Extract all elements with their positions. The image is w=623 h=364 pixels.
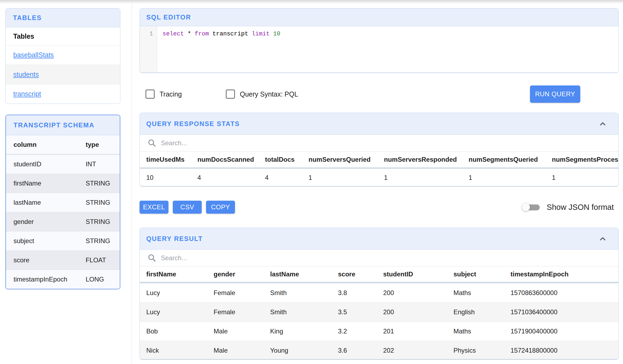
result-col-header: subject [447,270,504,278]
result-collapse-button[interactable] [598,234,608,244]
result-cell: Female [207,308,264,316]
schema-column-name: firstName [6,180,86,187]
result-table-row: Lucy Female Smith 3.5 200 English 157103… [140,302,618,322]
result-cell: Lucy [140,308,207,316]
line-number-gutter: 1 [140,26,157,73]
tables-panel-title: TABLES [13,14,42,22]
stats-search-input[interactable] [161,139,269,147]
result-cell: 1571900400000 [504,327,619,335]
stats-col-header: numServersQueried [302,156,377,163]
result-table-row: Bob Male King 3.2 201 Maths 157190040000… [140,322,618,341]
result-cell: Female [207,289,264,297]
schema-row: studentID INT [6,154,120,174]
stats-col-header: numSegmentsProcessed [545,156,619,163]
result-cell: 200 [377,308,447,316]
result-cell: Bob [140,327,207,335]
json-format-toggle-group: Show JSON format [522,201,614,214]
stats-value: 4 [191,174,259,181]
result-col-header: timestampInEpoch [504,270,619,278]
schema-column-type: INT [86,160,120,168]
result-table-row: Lucy Female Smith 3.8 200 Maths 15708636… [140,283,618,302]
result-col-header: studentID [377,270,447,278]
tracing-option[interactable]: Tracing [145,85,182,103]
query-result-panel: QUERY RESULT firstName gender lastName s… [140,228,619,360]
schema-column-name: lastName [6,199,86,206]
code-editor[interactable]: 1 select * from transcript limit 10 [140,26,618,73]
tracing-label: Tracing [160,90,182,98]
table-link-transcript[interactable]: transcript [13,90,41,98]
excel-button[interactable]: EXCEL [140,201,168,214]
result-cell: 202 [377,347,447,354]
result-cell: 3.2 [332,327,377,335]
sql-keyword: from [195,31,209,37]
stats-table-header: timeUsedMs numDocsScanned totalDocs numS… [140,151,618,169]
export-row: EXCEL CSV COPY Show JSON format [140,201,619,214]
schema-column-name: timestampInEpoch [6,276,86,283]
run-query-button[interactable]: RUN QUERY [530,85,580,103]
query-response-stats-panel: QUERY RESPONSE STATS timeUsedMs numDocsS… [140,113,619,187]
result-panel-header: QUERY RESULT [140,228,618,250]
stats-col-header: numSegmentsQueried [462,156,545,163]
stats-value: 1 [462,174,545,181]
transcript-schema-panel: TRANSCRIPT SCHEMA column type studentID … [5,115,120,289]
table-list-item[interactable]: transcript [6,84,120,104]
result-cell: Smith [264,308,332,316]
top-shadow [0,0,623,4]
pql-label: Query Syntax: PQL [240,90,298,98]
result-cell: Male [207,347,264,354]
result-cell: English [447,308,504,316]
stats-panel-title: QUERY RESPONSE STATS [146,120,240,128]
sql-code-line[interactable]: select * from transcript limit 10 [157,26,280,73]
chevron-up-icon [598,120,607,128]
result-cell: 1571036400000 [504,308,619,316]
result-cell: Maths [447,289,504,297]
stats-collapse-button[interactable] [598,119,608,129]
result-table-row: Nick Male Young 3.6 202 Physics 15724188… [140,341,618,360]
sql-keyword: limit [252,31,270,37]
schema-row: lastName STRING [6,193,120,212]
result-cell: Smith [264,289,332,297]
schema-panel-header: TRANSCRIPT SCHEMA [6,115,120,135]
search-icon [147,138,157,148]
table-list-item[interactable]: baseballStats [6,45,120,65]
result-col-header: gender [207,270,264,278]
pql-option[interactable]: Query Syntax: PQL [226,85,298,103]
copy-button[interactable]: COPY [206,201,235,214]
schema-column-type: STRING [86,199,120,206]
schema-column-type: LONG [86,276,120,283]
table-list-item[interactable]: students [6,65,120,84]
stats-value: 4 [259,174,302,181]
show-json-toggle[interactable] [522,202,540,213]
schema-row: score FLOAT [6,250,120,270]
tables-list-header: Tables [6,27,120,45]
tracing-checkbox[interactable] [145,90,155,99]
toggle-knob [522,203,530,211]
result-cell: 200 [377,289,447,297]
result-cell: 3.6 [332,347,377,354]
result-cell: 201 [377,327,447,335]
schema-column-type: STRING [86,180,120,187]
tables-panel: TABLES Tables baseballStats students tra… [5,8,120,104]
sql-star: * [187,31,191,37]
sql-keyword: select [163,31,184,37]
stats-col-header: totalDocs [259,156,302,163]
schema-column-name: studentID [6,160,86,168]
result-cell: Maths [447,327,504,335]
schema-col-header-type: type [86,141,120,148]
table-link-baseballStats[interactable]: baseballStats [13,51,54,59]
result-panel-title: QUERY RESULT [146,235,203,243]
result-cell: Physics [447,347,504,354]
schema-row: subject STRING [6,231,120,250]
stats-value: 1 [302,174,377,181]
result-search-input[interactable] [161,254,269,262]
schema-row: firstName STRING [6,174,120,193]
result-cell: 1572418800000 [504,347,619,354]
result-cell: 3.5 [332,308,377,316]
schema-row: gender STRING [6,212,120,231]
schema-table-header: column type [6,135,120,154]
csv-button[interactable]: CSV [173,201,202,214]
pql-checkbox[interactable] [226,90,235,99]
table-link-students[interactable]: students [13,71,39,78]
sql-editor-title: SQL EDITOR [146,14,191,21]
stats-table-row: 10 4 4 1 1 1 1 [140,169,618,187]
